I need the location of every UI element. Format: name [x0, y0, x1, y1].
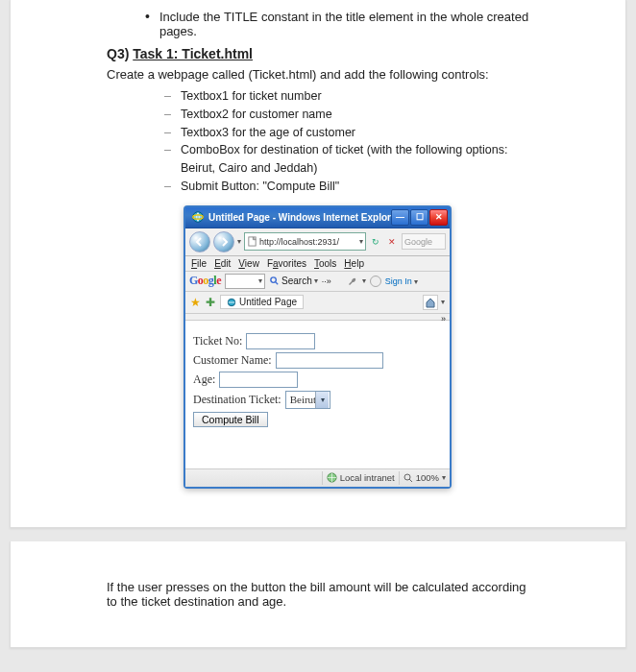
- chevron-down-icon[interactable]: ▾: [362, 276, 366, 285]
- req-item: Textbox3 for the age of customer: [181, 124, 355, 142]
- requirements-list: Textbox1 for ticket number Textbox2 for …: [107, 87, 529, 196]
- req-item: Textbox2 for customer name: [181, 106, 332, 124]
- refresh-icon[interactable]: ↻: [369, 235, 382, 249]
- toolbar-more[interactable]: »: [185, 314, 450, 321]
- favorites-bar: ★ ✚ Untitled Page ▾: [185, 292, 450, 314]
- search-label: Search: [281, 276, 312, 286]
- menu-bar: File Edit View Favorites Tools Help: [185, 256, 450, 272]
- minimize-button[interactable]: —: [391, 209, 409, 226]
- bullet-dot: •: [145, 10, 150, 38]
- zone-label: Local intranet: [340, 472, 395, 483]
- forward-button[interactable]: [213, 231, 234, 252]
- menu-file[interactable]: File: [191, 258, 207, 269]
- zoom-control[interactable]: 100% ▾: [404, 472, 446, 483]
- google-logo: Google: [189, 274, 221, 288]
- chevron-down-icon: ▾: [442, 473, 446, 482]
- intro-text: Create a webpage called (Ticket.html) an…: [107, 67, 529, 82]
- ticket-label: Ticket No:: [193, 334, 242, 348]
- tab-title: Untitled Page: [239, 297, 297, 307]
- security-zone: Local intranet: [327, 472, 395, 483]
- back-button[interactable]: [189, 231, 210, 252]
- zoom-icon: [404, 473, 413, 483]
- settings-dot-icon[interactable]: [370, 276, 381, 287]
- command-bar: ▾: [423, 295, 445, 310]
- globe-icon: [327, 472, 337, 483]
- task-title: Task 1: Ticket.html: [133, 46, 253, 61]
- window-titlebar[interactable]: Untitled Page - Windows Internet Explore…: [185, 207, 450, 228]
- destination-label: Destination Ticket:: [193, 393, 281, 407]
- zoom-value: 100%: [416, 472, 439, 483]
- search-placeholder: Google: [404, 237, 432, 247]
- age-input[interactable]: [219, 372, 298, 388]
- status-bar: Local intranet 100% ▾: [185, 468, 450, 487]
- menu-favorites[interactable]: Favorites: [267, 258, 306, 269]
- nav-toolbar: ▾ http://localhost:2931/ ▾ ↻ ✕ Google: [185, 228, 450, 256]
- search-icon: [269, 276, 280, 286]
- browser-tab[interactable]: Untitled Page: [220, 295, 304, 309]
- google-toolbar: Google ▾ Search ▾ ··» ▾ Sign In ▾: [185, 272, 450, 292]
- req-item: ComboBox for destination of ticket (with…: [181, 141, 529, 178]
- wrench-icon[interactable]: [347, 276, 358, 287]
- close-button[interactable]: ✕: [429, 209, 448, 226]
- window-controls: — ☐ ✕: [391, 209, 448, 226]
- stop-icon[interactable]: ✕: [385, 235, 399, 249]
- add-favorite-icon[interactable]: ✚: [206, 296, 215, 309]
- menu-view[interactable]: View: [238, 258, 259, 269]
- url-text: http://localhost:2931/: [259, 237, 357, 247]
- address-bar[interactable]: http://localhost:2931/ ▾: [244, 232, 366, 251]
- window-title: Untitled Page - Windows Internet Explore…: [208, 212, 391, 223]
- req-item: Submit Button: "Compute Bill": [181, 178, 339, 196]
- document-page-1: • Include the TITLE constant in the titl…: [10, 0, 626, 528]
- chevron-down-icon: ▾: [314, 276, 318, 285]
- google-search-button[interactable]: Search ▾: [269, 276, 318, 286]
- document-page-2: If the user presses on the button the bi…: [10, 541, 626, 648]
- favorites-star-icon[interactable]: ★: [190, 296, 201, 309]
- ie-page-icon: [227, 298, 236, 307]
- chevron-down-icon[interactable]: ▾: [359, 237, 363, 246]
- menu-tools[interactable]: Tools: [314, 258, 336, 269]
- google-search-input[interactable]: ▾: [225, 274, 265, 289]
- ticket-number-input[interactable]: [246, 333, 315, 349]
- menu-help[interactable]: Help: [344, 258, 364, 269]
- req-item: Textbox1 for ticket number: [181, 87, 322, 106]
- customer-name-input[interactable]: [276, 352, 383, 369]
- signin-link[interactable]: Sign In ▾: [385, 276, 419, 286]
- question-heading: Q3) Task 1: Ticket.html: [107, 46, 529, 61]
- search-provider-box[interactable]: Google: [402, 233, 446, 250]
- chevron-down-icon[interactable]: ▾: [441, 298, 445, 306]
- page-content: Ticket No: Customer Name: Age: Destinati…: [185, 321, 450, 468]
- bullet-text: Include the TITLE constant in the title …: [159, 10, 529, 38]
- customer-label: Customer Name:: [193, 353, 272, 368]
- more-chevrons[interactable]: ··»: [322, 276, 331, 286]
- ie-icon: [191, 210, 205, 224]
- destination-select[interactable]: Beirut: [285, 391, 331, 409]
- chevron-down-icon[interactable]: ▾: [237, 237, 241, 246]
- maximize-button[interactable]: ☐: [410, 209, 428, 226]
- bullet-item: • Include the TITLE constant in the titl…: [107, 10, 529, 38]
- page2-paragraph: If the user presses on the button the bi…: [107, 580, 529, 609]
- svg-point-3: [271, 277, 277, 283]
- ie-window: Untitled Page - Windows Internet Explore…: [183, 205, 452, 489]
- home-icon[interactable]: [423, 295, 438, 310]
- q-number: Q3): [107, 46, 129, 61]
- menu-edit[interactable]: Edit: [214, 258, 231, 269]
- compute-bill-button[interactable]: Compute Bill: [193, 412, 268, 427]
- page-icon: [247, 236, 257, 247]
- age-label: Age:: [193, 372, 215, 387]
